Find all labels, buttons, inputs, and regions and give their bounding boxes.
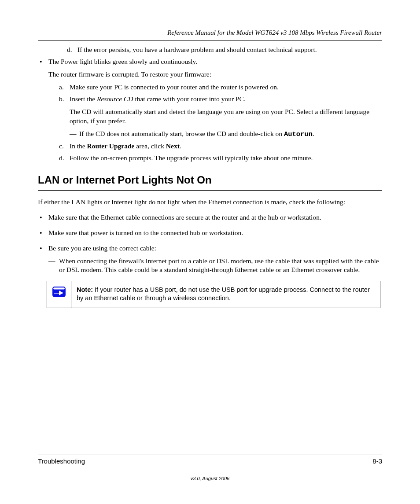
restore-step-c: c. In the Router Upgrade area, click Nex… <box>48 142 382 151</box>
cable-detail: When connecting the firewall's Internet … <box>48 257 382 275</box>
heading-lan-internet: LAN or Internet Port Lights Not On <box>38 173 382 187</box>
restore-step-b: b. Insert the Resource CD that came with… <box>48 95 382 104</box>
restore-step-d: d. Follow the on-screen prompts. The upg… <box>48 154 382 163</box>
check-power-on: Make sure that power is turned on to the… <box>38 228 382 238</box>
note-text: Note: If your router has a USB port, do … <box>71 281 380 308</box>
restore-step-a: a. Make sure your PC is connected to you… <box>48 83 382 92</box>
bullet-power-light-blinks: The Power light blinks green slowly and … <box>38 57 382 162</box>
arrow-right-icon <box>52 287 66 297</box>
note-icon-cell <box>47 281 71 308</box>
note-box: Note: If your router has a USB port, do … <box>47 281 380 308</box>
footer-page-number: 8-3 <box>372 457 382 466</box>
restore-step-b-sub: The CD will automatically start and dete… <box>48 107 382 126</box>
step-d-error-persists: d. If the error persists, you have a har… <box>56 45 382 55</box>
svg-rect-1 <box>53 288 65 290</box>
check-correct-cable: Be sure you are using the correct cable:… <box>38 244 382 275</box>
intro-paragraph: If either the LAN lights or Internet lig… <box>38 198 382 207</box>
footer-rule <box>38 455 382 455</box>
header-doc-title: Reference Manual for the Model WGT624 v3… <box>38 28 382 37</box>
restore-step-b-note: If the CD does not automatically start, … <box>48 129 382 139</box>
footer-version: v3.0, August 2006 <box>38 475 382 482</box>
header-rule <box>38 40 382 41</box>
check-cable-secure: Make sure that the Ethernet cable connec… <box>38 213 382 222</box>
footer-section-name: Troubleshooting <box>38 457 85 466</box>
heading-rule <box>38 190 382 191</box>
